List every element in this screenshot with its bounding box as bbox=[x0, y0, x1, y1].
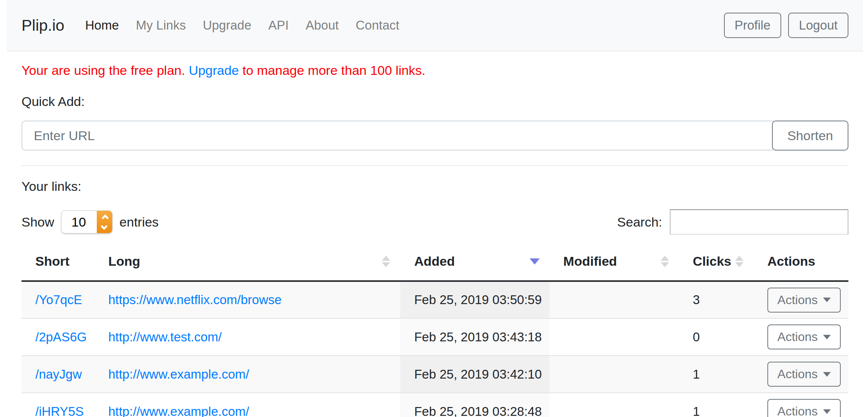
short-link[interactable]: /nayJgw bbox=[35, 367, 82, 381]
nav-item-home[interactable]: Home bbox=[85, 18, 119, 33]
added-cell: Feb 25, 2019 03:28:48 bbox=[400, 393, 549, 417]
entries-label: entries bbox=[119, 215, 159, 230]
brand-logo[interactable]: Plip.io bbox=[22, 17, 65, 35]
long-cell: http://www.example.com/ bbox=[94, 356, 401, 393]
page-size-control: Show 10 entries bbox=[22, 210, 159, 233]
actions-dropdown-button[interactable]: Actions bbox=[767, 399, 841, 417]
navbar: Plip.io Home My Links Upgrade API About … bbox=[7, 0, 863, 51]
sort-descending-icon bbox=[530, 258, 540, 265]
column-label: Clicks bbox=[693, 254, 731, 269]
clicks-cell: 1 bbox=[679, 356, 754, 393]
logout-button[interactable]: Logout bbox=[788, 13, 848, 38]
short-link[interactable]: /2pAS6G bbox=[35, 330, 87, 344]
long-link[interactable]: http://www.example.com/ bbox=[108, 367, 249, 381]
modified-cell bbox=[550, 393, 679, 417]
modified-cell bbox=[550, 356, 679, 393]
url-input[interactable] bbox=[22, 121, 774, 151]
long-cell: http://www.test.com/ bbox=[94, 318, 401, 356]
table-row: /iHRY5S http://www.example.com/ Feb 25, … bbox=[22, 393, 848, 417]
caret-down-icon bbox=[823, 409, 831, 414]
long-cell: https://www.netflix.com/browse bbox=[94, 281, 401, 318]
long-link[interactable]: https://www.netflix.com/browse bbox=[108, 293, 282, 307]
shorten-button[interactable]: Shorten bbox=[772, 121, 848, 151]
profile-button[interactable]: Profile bbox=[724, 13, 782, 38]
table-row: /2pAS6G http://www.test.com/ Feb 25, 201… bbox=[22, 318, 848, 356]
modified-cell bbox=[550, 318, 679, 356]
actions-dropdown-button[interactable]: Actions bbox=[767, 324, 841, 349]
table-row: /nayJgw http://www.example.com/ Feb 25, … bbox=[22, 356, 848, 393]
column-header-clicks[interactable]: Clicks bbox=[679, 244, 754, 281]
long-link[interactable]: http://www.test.com/ bbox=[108, 330, 222, 344]
page: Plip.io Home My Links Upgrade API About … bbox=[0, 0, 868, 417]
free-plan-warning: Your are using the free plan. Upgrade to… bbox=[22, 63, 848, 78]
chevron-up-icon bbox=[101, 214, 108, 221]
quick-add-label: Quick Add: bbox=[22, 94, 848, 109]
modified-cell bbox=[550, 281, 679, 318]
column-header-short[interactable]: Short bbox=[22, 244, 94, 281]
column-label: Modified bbox=[563, 254, 617, 269]
short-cell: /2pAS6G bbox=[22, 318, 94, 356]
sort-unsorted-icon bbox=[382, 256, 390, 267]
actions-button-label: Actions bbox=[777, 404, 818, 417]
column-header-modified[interactable]: Modified bbox=[550, 244, 679, 281]
search-control: Search: bbox=[617, 209, 848, 235]
nav-links: Home My Links Upgrade API About Contact bbox=[85, 18, 399, 33]
warning-text-pre: Your are using the free plan. bbox=[22, 63, 189, 78]
column-header-long[interactable]: Long bbox=[94, 244, 401, 281]
nav-buttons: Profile Logout bbox=[724, 13, 848, 38]
sort-unsorted-icon bbox=[661, 256, 669, 267]
nav-item-upgrade[interactable]: Upgrade bbox=[203, 18, 252, 33]
nav-item-about[interactable]: About bbox=[306, 18, 339, 33]
clicks-cell: 0 bbox=[679, 318, 754, 356]
entries-select-value: 10 bbox=[61, 211, 97, 233]
links-table: Short Long Added bbox=[22, 244, 848, 417]
short-cell: /nayJgw bbox=[22, 356, 94, 393]
clicks-cell: 3 bbox=[679, 281, 754, 318]
actions-cell: Actions bbox=[754, 393, 848, 417]
actions-button-label: Actions bbox=[777, 330, 818, 344]
table-row: /Yo7qcE https://www.netflix.com/browse F… bbox=[22, 281, 848, 318]
short-link[interactable]: /Yo7qcE bbox=[35, 293, 82, 307]
added-cell: Feb 25, 2019 03:43:18 bbox=[400, 318, 549, 356]
column-label: Actions bbox=[767, 254, 815, 269]
table-controls: Show 10 entries Search: bbox=[22, 209, 848, 235]
column-label: Added bbox=[414, 254, 455, 269]
table-header-row: Short Long Added bbox=[22, 244, 848, 281]
column-label: Long bbox=[108, 254, 140, 269]
search-input[interactable] bbox=[670, 209, 848, 235]
your-links-title: Your links: bbox=[22, 179, 848, 194]
search-label: Search: bbox=[617, 215, 662, 230]
long-link[interactable]: http://www.example.com/ bbox=[108, 404, 249, 417]
chevron-down-icon bbox=[100, 223, 107, 230]
actions-button-label: Actions bbox=[777, 367, 818, 381]
warning-text-post: to manage more than 100 links. bbox=[239, 63, 426, 78]
added-cell: Feb 25, 2019 03:42:10 bbox=[400, 356, 549, 393]
actions-dropdown-button[interactable]: Actions bbox=[767, 288, 841, 313]
actions-cell: Actions bbox=[754, 356, 848, 393]
added-cell: Feb 25, 2019 03:50:59 bbox=[400, 281, 549, 318]
short-cell: /Yo7qcE bbox=[22, 281, 94, 318]
browser-viewport: Plip.io Home My Links Upgrade API About … bbox=[7, 0, 863, 417]
show-label: Show bbox=[22, 215, 54, 230]
column-header-added[interactable]: Added bbox=[400, 244, 549, 281]
upgrade-link[interactable]: Upgrade bbox=[189, 63, 239, 78]
select-stepper-icon bbox=[97, 211, 112, 233]
nav-item-my-links[interactable]: My Links bbox=[136, 18, 186, 33]
actions-cell: Actions bbox=[754, 318, 848, 356]
actions-button-label: Actions bbox=[777, 293, 818, 307]
sort-unsorted-icon bbox=[735, 256, 744, 267]
column-header-actions: Actions bbox=[754, 244, 848, 281]
divider bbox=[22, 165, 848, 166]
nav-item-api[interactable]: API bbox=[268, 18, 289, 33]
nav-item-contact[interactable]: Contact bbox=[356, 18, 399, 33]
caret-down-icon bbox=[823, 298, 831, 302]
short-cell: /iHRY5S bbox=[22, 393, 94, 417]
clicks-cell: 1 bbox=[679, 393, 754, 417]
actions-cell: Actions bbox=[754, 281, 848, 318]
quick-add-group: Shorten bbox=[22, 121, 848, 151]
entries-select[interactable]: 10 bbox=[61, 210, 113, 233]
caret-down-icon bbox=[823, 372, 831, 377]
column-label: Short bbox=[35, 254, 70, 269]
actions-dropdown-button[interactable]: Actions bbox=[767, 362, 841, 387]
short-link[interactable]: /iHRY5S bbox=[35, 404, 84, 417]
